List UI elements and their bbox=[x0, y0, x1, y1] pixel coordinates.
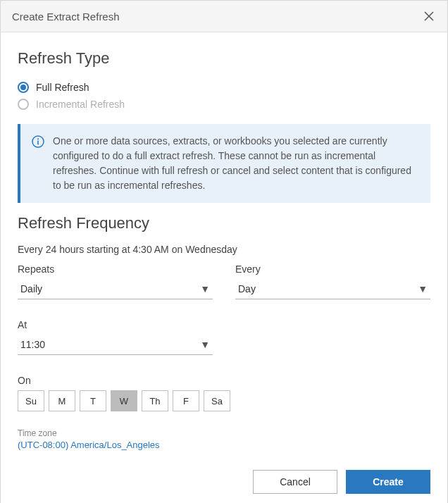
at-field: At 11:30 ▼ bbox=[18, 319, 213, 355]
day-btn-th[interactable]: Th bbox=[142, 390, 168, 411]
dialog-title: Create Extract Refresh bbox=[12, 11, 120, 23]
info-icon bbox=[32, 135, 44, 193]
dialog: Create Extract Refresh Refresh Type Full… bbox=[0, 0, 448, 503]
repeats-field: Repeats Daily ▼ bbox=[18, 263, 213, 299]
radio-full-refresh[interactable]: Full Refresh bbox=[18, 79, 430, 96]
every-value: Day bbox=[238, 283, 256, 294]
cancel-button[interactable]: Cancel bbox=[253, 470, 337, 494]
repeats-label: Repeats bbox=[18, 263, 213, 275]
repeats-value: Daily bbox=[20, 283, 42, 294]
at-value: 11:30 bbox=[20, 339, 45, 350]
day-btn-sa[interactable]: Sa bbox=[204, 390, 230, 411]
create-button[interactable]: Create bbox=[346, 470, 430, 494]
day-btn-w[interactable]: W bbox=[111, 390, 137, 411]
spacer bbox=[235, 319, 430, 355]
form-row-at: At 11:30 ▼ bbox=[18, 319, 430, 355]
close-icon bbox=[423, 11, 435, 22]
radio-incremental-refresh: Incremental Refresh bbox=[18, 96, 430, 113]
refresh-type-heading: Refresh Type bbox=[18, 49, 430, 68]
timezone-link[interactable]: (UTC-08:00) America/Los_Angeles bbox=[18, 440, 430, 450]
repeats-select[interactable]: Daily ▼ bbox=[18, 279, 213, 299]
frequency-summary: Every 24 hours starting at 4:30 AM on We… bbox=[18, 244, 430, 255]
svg-rect-2 bbox=[37, 140, 39, 144]
at-select[interactable]: 11:30 ▼ bbox=[18, 335, 213, 355]
radio-icon-selected bbox=[18, 82, 29, 93]
radio-icon-disabled bbox=[18, 99, 29, 110]
caret-down-icon: ▼ bbox=[418, 283, 428, 294]
day-btn-t[interactable]: T bbox=[80, 390, 106, 411]
at-label: At bbox=[18, 319, 213, 330]
every-field: Every Day ▼ bbox=[235, 263, 430, 299]
svg-point-1 bbox=[37, 138, 39, 139]
timezone-label: Time zone bbox=[18, 428, 430, 438]
every-label: Every bbox=[235, 263, 430, 275]
radio-label-incremental: Incremental Refresh bbox=[36, 99, 125, 110]
on-field: On Su M T W Th F Sa bbox=[18, 375, 430, 411]
caret-down-icon: ▼ bbox=[200, 283, 210, 294]
on-label: On bbox=[18, 375, 430, 386]
day-btn-m[interactable]: M bbox=[49, 390, 75, 411]
days-row: Su M T W Th F Sa bbox=[18, 390, 430, 411]
day-btn-su[interactable]: Su bbox=[18, 390, 44, 411]
caret-down-icon: ▼ bbox=[200, 339, 210, 350]
form-row-repeats-every: Repeats Daily ▼ Every Day ▼ bbox=[18, 263, 430, 299]
refresh-type-radio-group: Full Refresh Incremental Refresh bbox=[18, 79, 430, 113]
close-button[interactable] bbox=[422, 9, 436, 23]
refresh-frequency-heading: Refresh Frequency bbox=[18, 214, 430, 232]
every-select[interactable]: Day ▼ bbox=[235, 279, 430, 299]
timezone-block: Time zone (UTC-08:00) America/Los_Angele… bbox=[18, 428, 430, 450]
day-btn-f[interactable]: F bbox=[173, 390, 199, 411]
info-box: One or more data sources, extracts, or w… bbox=[18, 124, 430, 203]
radio-label-full: Full Refresh bbox=[36, 82, 89, 93]
info-text: One or more data sources, extracts, or w… bbox=[53, 134, 419, 193]
dialog-body: Refresh Type Full Refresh Incremental Re… bbox=[1, 32, 447, 503]
dialog-header: Create Extract Refresh bbox=[1, 1, 447, 32]
dialog-footer: Cancel Create bbox=[18, 470, 430, 494]
